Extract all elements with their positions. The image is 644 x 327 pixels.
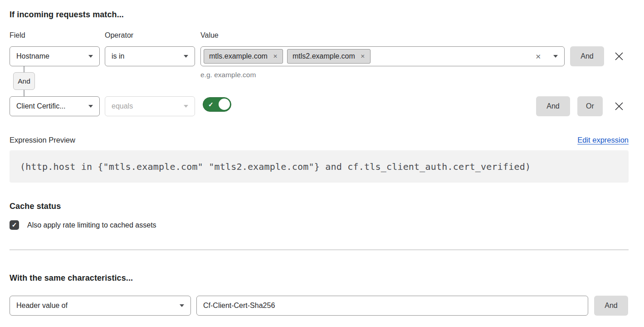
cached-assets-checkbox-label[interactable]: Also apply rate limiting to cached asset… xyxy=(27,221,156,229)
and-button-characteristics[interactable]: And xyxy=(594,296,628,316)
value-tag[interactable]: mtls.example.com ✕ xyxy=(204,49,283,64)
connector-line-bottom xyxy=(24,90,24,96)
value-toggle-on[interactable]: ✓ xyxy=(203,97,231,112)
connector-line-top xyxy=(24,66,24,72)
field-select-row2[interactable]: Client Certific... xyxy=(10,96,100,116)
edit-expression-link[interactable]: Edit expression xyxy=(577,136,629,144)
value-multiselect[interactable]: mtls.example.com ✕ mtls2.example.com ✕ ✕ xyxy=(200,46,565,66)
operator-select-row2-value: equals xyxy=(112,102,133,110)
close-icon xyxy=(614,101,624,111)
rule-builder: If incoming requests match... Field Oper… xyxy=(0,0,644,327)
field-select-row2-value: Client Certific... xyxy=(16,102,65,110)
cache-status-title: Cache status xyxy=(10,202,61,211)
check-icon: ✓ xyxy=(208,100,214,109)
operator-column-label: Operator xyxy=(105,31,133,40)
expression-code: (http.host in {"mtls.example.com" "mtls2… xyxy=(20,161,531,172)
characteristics-section-title: With the same characteristics... xyxy=(10,273,133,283)
expression-preview-box: (http.host in {"mtls.example.com" "mtls2… xyxy=(10,150,629,183)
operator-select-row1[interactable]: is in xyxy=(105,46,195,66)
cached-assets-checkbox[interactable]: ✓ xyxy=(10,220,19,230)
expression-preview-label: Expression Preview xyxy=(10,136,75,144)
delete-row1-button[interactable] xyxy=(614,51,624,62)
chevron-down-icon xyxy=(88,105,93,108)
characteristic-select-value: Header value of xyxy=(16,302,68,310)
and-button-row2[interactable]: And xyxy=(536,96,570,116)
chevron-down-icon xyxy=(184,105,188,108)
logic-connector-button[interactable]: And xyxy=(13,72,35,90)
remove-tag-icon[interactable]: ✕ xyxy=(273,54,278,59)
field-select-row1[interactable]: Hostname xyxy=(10,46,100,66)
value-tag-label: mtls.example.com xyxy=(209,52,268,60)
header-name-input[interactable] xyxy=(196,296,588,316)
chevron-down-icon xyxy=(180,304,184,307)
match-section-title: If incoming requests match... xyxy=(10,10,124,20)
field-select-row1-value: Hostname xyxy=(16,52,49,60)
chevron-down-icon[interactable] xyxy=(553,55,558,58)
chevron-down-icon xyxy=(88,55,93,58)
field-column-label: Field xyxy=(10,31,25,40)
operator-select-row2-disabled: equals xyxy=(105,96,195,116)
and-button-row1[interactable]: And xyxy=(570,46,604,66)
chevron-down-icon xyxy=(184,55,188,58)
value-column-label: Value xyxy=(200,31,219,40)
delete-row2-button[interactable] xyxy=(614,101,624,112)
toggle-knob xyxy=(219,99,230,110)
remove-tag-icon[interactable]: ✕ xyxy=(361,54,365,59)
or-button-row2[interactable]: Or xyxy=(577,96,603,116)
value-helper-text: e.g. example.com xyxy=(200,71,256,79)
clear-values-icon[interactable]: ✕ xyxy=(535,53,541,60)
section-divider xyxy=(10,249,629,250)
close-icon xyxy=(614,51,624,61)
value-tag[interactable]: mtls2.example.com ✕ xyxy=(287,49,371,64)
operator-select-row1-value: is in xyxy=(112,52,124,60)
characteristic-select[interactable]: Header value of xyxy=(10,296,191,316)
check-icon: ✓ xyxy=(12,222,17,228)
value-tag-label: mtls2.example.com xyxy=(293,52,355,60)
